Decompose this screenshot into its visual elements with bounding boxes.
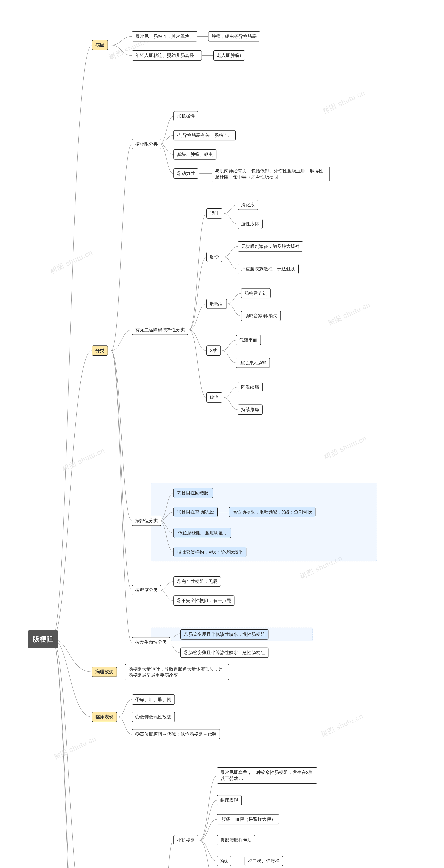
node-path-text[interactable]: 肠梗阻大量呕吐，导致胃肠道大量体液丢失，是肠梗阻最早最重要病改变 bbox=[125, 664, 229, 680]
node-palp1[interactable]: 无腹膜刺激征，触及肿大肠袢 bbox=[238, 241, 303, 252]
node-bowel2[interactable]: 肠鸣音减弱/消失 bbox=[241, 311, 281, 321]
node-loc3[interactable]: ·低位肠梗阻，腹胀明显， bbox=[173, 528, 231, 538]
node-loc2[interactable]: ①梗阻在空肠以上: bbox=[173, 507, 218, 517]
node-clin-c[interactable]: ③高位肠梗阻→代碱；低位肠梗阻→代酸 bbox=[132, 729, 220, 739]
node-child2[interactable]: 临床表现 bbox=[217, 795, 242, 805]
node-bowel1[interactable]: 肠鸣音亢进 bbox=[241, 288, 271, 299]
node-vomit2[interactable]: 血性液体 bbox=[238, 219, 263, 229]
node-xray2[interactable]: 固定肿大肠袢 bbox=[236, 358, 270, 368]
node-bowel[interactable]: 肠鸣音 bbox=[206, 299, 227, 309]
watermark: 树图 shutu.cn bbox=[321, 88, 367, 116]
node-cause-a[interactable]: 最常见：肠粘连，其次粪块、 bbox=[132, 31, 197, 41]
cat-path[interactable]: 病理改变 bbox=[92, 666, 117, 677]
node-deg2[interactable]: ②不完全性梗阻：有一点屁 bbox=[173, 595, 235, 606]
node-mech3[interactable]: 粪块、肿瘤、蛔虫 bbox=[173, 149, 216, 159]
node-loc2b[interactable]: 高位肠梗阻，呕吐频繁，X线：鱼刺骨状 bbox=[229, 507, 315, 517]
node-xray[interactable]: X线 bbox=[206, 345, 221, 356]
node-child[interactable]: 小孩梗阻 bbox=[173, 835, 198, 845]
node-mech2[interactable]: ·与异物堵塞有关，肠粘连、 bbox=[173, 130, 236, 141]
mindmap-canvas: 树图 shutu.cn 树图 shutu.cn 树图 shutu.cn 树图 s… bbox=[0, 0, 444, 868]
node-child5[interactable]: X线 bbox=[217, 856, 231, 866]
node-pain[interactable]: 腹痛 bbox=[206, 392, 223, 403]
node-palp2[interactable]: 严重腹膜刺激征，无法触及 bbox=[238, 264, 299, 274]
watermark: 树图 shutu.cn bbox=[52, 734, 98, 762]
node-child1[interactable]: 最常见肠套叠，一种绞窄性肠梗阻，发生在2岁以下婴幼儿 bbox=[217, 767, 317, 784]
cat-cause[interactable]: 病因 bbox=[92, 40, 108, 50]
node-cause-b2[interactable]: 老人肠肿瘤↑ bbox=[213, 50, 245, 61]
node-loc4[interactable]: 呕吐粪便样物，X线：阶梯状液平 bbox=[173, 547, 246, 557]
node-vomit[interactable]: 呕吐 bbox=[206, 208, 223, 219]
node-speed-title[interactable]: 按发生急慢分类 bbox=[132, 637, 170, 647]
node-mech-title[interactable]: 按梗阻分类 bbox=[132, 139, 161, 149]
node-palp[interactable]: 触诊 bbox=[206, 252, 223, 262]
node-cause-b[interactable]: 年轻人肠粘连、婴幼儿肠套叠、 bbox=[132, 50, 202, 61]
root-node[interactable]: 肠梗阻 bbox=[28, 630, 58, 648]
node-clin-b[interactable]: ②低钾低氯性改变 bbox=[132, 712, 175, 722]
watermark: 树图 shutu.cn bbox=[61, 446, 106, 474]
node-child4[interactable]: 腹部腊肠样包块 bbox=[217, 835, 255, 845]
watermark: 树图 shutu.cn bbox=[326, 300, 372, 328]
node-vomit1[interactable]: 消化液 bbox=[238, 199, 258, 210]
node-clin-a[interactable]: ①痛、吐、胀、闭 bbox=[132, 694, 175, 705]
node-xray1[interactable]: 气液平面 bbox=[236, 335, 261, 345]
node-loc1[interactable]: ②梗阻在回结肠: bbox=[173, 488, 213, 498]
cat-class[interactable]: 分类 bbox=[92, 345, 108, 356]
node-child3[interactable]: ·腹痛、血便（果酱样大便） bbox=[217, 814, 279, 825]
node-mech4[interactable]: ②动力性 bbox=[173, 168, 198, 179]
cat-clin[interactable]: 临床表现 bbox=[92, 712, 117, 722]
node-speed1[interactable]: ①肠管变厚且伴低渗性缺水，慢性肠梗阻 bbox=[180, 629, 269, 640]
node-pain2[interactable]: 持续剧痛 bbox=[238, 404, 263, 415]
node-speed2[interactable]: ②肠管变薄且伴等渗性缺水，急性肠梗阻 bbox=[180, 648, 269, 658]
node-blood-title[interactable]: 有无血运障碍绞窄性分类 bbox=[132, 324, 189, 335]
node-loc-title[interactable]: 按部位分类 bbox=[132, 516, 161, 526]
node-cause-a2[interactable]: 肿瘤，蛔虫等异物堵塞 bbox=[208, 31, 260, 41]
node-deg1[interactable]: ①完全性梗阻：无屁 bbox=[173, 576, 221, 587]
node-mech1[interactable]: ①机械性 bbox=[173, 111, 198, 121]
watermark: 树图 shutu.cn bbox=[323, 433, 368, 462]
node-deg-title[interactable]: 按程度分类 bbox=[132, 585, 161, 595]
watermark: 树图 shutu.cn bbox=[49, 248, 94, 276]
node-mech4b[interactable]: 与肌肉神经有关，包括低钾、外伤性腹膜血肿→麻痹性肠梗阻，铅中毒→痉挛性肠梗阻 bbox=[212, 166, 330, 182]
node-pain1[interactable]: 阵发绞痛 bbox=[238, 382, 263, 392]
node-child5b[interactable]: 杯口状、弹簧样 bbox=[244, 856, 283, 866]
watermark: 树图 shutu.cn bbox=[319, 711, 365, 739]
